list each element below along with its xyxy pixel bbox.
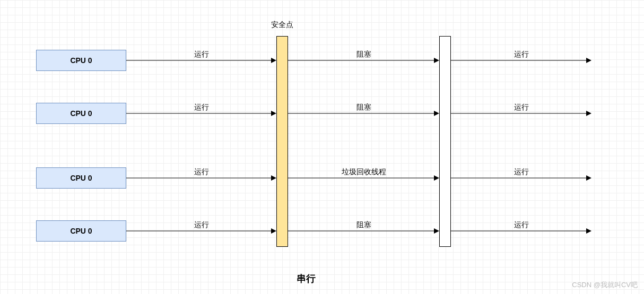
svg-marker-13 <box>271 175 276 181</box>
resume-bar <box>439 36 451 247</box>
cpu-label: CPU 0 <box>70 56 92 65</box>
segment-middle-label: 阻塞 <box>356 50 371 59</box>
cpu-label: CPU 0 <box>70 174 92 182</box>
segment-run-after-label: 运行 <box>514 220 529 230</box>
segment-run-before-label: 运行 <box>194 220 209 230</box>
svg-marker-3 <box>434 58 439 63</box>
svg-marker-21 <box>434 228 439 234</box>
svg-marker-9 <box>434 111 439 116</box>
diagram-title: 串行 <box>297 272 316 285</box>
cpu-box: CPU 0 <box>36 167 126 189</box>
svg-marker-11 <box>586 111 591 116</box>
safepoint-bar <box>276 36 288 247</box>
segment-run-before-label: 运行 <box>194 103 209 112</box>
svg-marker-15 <box>434 175 439 181</box>
segment-middle-label: 垃圾回收线程 <box>342 167 386 177</box>
cpu-box: CPU 0 <box>36 103 126 124</box>
segment-run-before-label: 运行 <box>194 50 209 59</box>
svg-marker-7 <box>271 111 276 116</box>
svg-marker-23 <box>586 228 591 234</box>
segment-middle-label: 阻塞 <box>356 103 371 112</box>
svg-marker-1 <box>271 58 276 63</box>
cpu-label: CPU 0 <box>70 227 92 235</box>
segment-run-after-label: 运行 <box>514 50 529 59</box>
svg-marker-19 <box>271 228 276 234</box>
segment-run-after-label: 运行 <box>514 103 529 112</box>
svg-marker-17 <box>586 175 591 181</box>
segment-run-before-label: 运行 <box>194 167 209 177</box>
cpu-box: CPU 0 <box>36 220 126 242</box>
cpu-box: CPU 0 <box>36 50 126 71</box>
watermark: CSDN @我就叫CV吧 <box>572 280 638 290</box>
safepoint-label: 安全点 <box>271 20 293 30</box>
segment-middle-label: 阻塞 <box>356 220 371 230</box>
cpu-label: CPU 0 <box>70 109 92 118</box>
svg-marker-5 <box>586 58 591 63</box>
segment-run-after-label: 运行 <box>514 167 529 177</box>
